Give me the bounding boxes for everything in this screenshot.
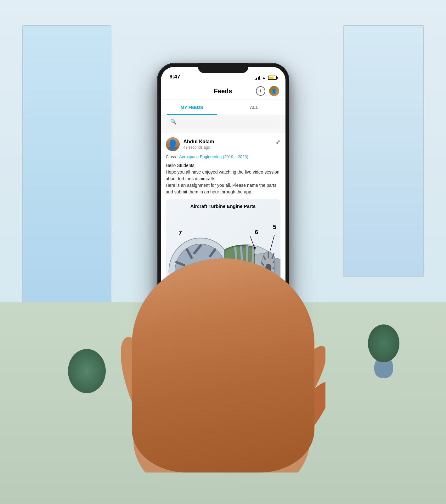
post-line-1: Hello Students, <box>166 163 196 168</box>
avatar-icon: 👤 <box>271 89 277 94</box>
header-avatar[interactable]: 👤 <box>269 86 279 96</box>
part-6: 6 <box>255 229 258 235</box>
post-line-2: Hope you all have enjoyed watching the l… <box>166 169 279 181</box>
post-meta: Abdul Kalam 49 seconds ago <box>183 139 280 150</box>
wifi-icon: ▲ <box>262 76 266 80</box>
svg-point-45 <box>273 375 325 456</box>
tab-my-feeds[interactable]: MY FEEDS <box>161 100 223 115</box>
share-icon[interactable]: ⤢ <box>276 139 280 146</box>
svg-point-46 <box>159 394 285 472</box>
status-icons: ▲ <box>255 76 277 80</box>
scene-container: 9:47 ▲ <box>0 0 446 504</box>
svg-point-43 <box>250 311 319 414</box>
part-7: 7 <box>178 230 182 236</box>
hand-phone-wrapper: 9:47 ▲ <box>113 63 333 472</box>
search-bar[interactable]: 🔍 <box>166 115 280 128</box>
post-avatar <box>166 137 180 151</box>
header-actions: + 👤 <box>256 86 279 96</box>
post-class: Class : Aerospace Engineering (2019 – 20… <box>161 154 285 162</box>
signal-bar-3 <box>258 77 259 80</box>
app-header: Feeds + 👤 <box>161 83 285 100</box>
class-link[interactable]: Aerospace Engineering (2019 – 2023) <box>179 154 248 159</box>
hand <box>121 252 325 472</box>
signal-bar-4 <box>259 76 260 80</box>
search-icon: 🔍 <box>170 119 177 125</box>
post-text: Hello Students, Hope you all have enjoye… <box>161 162 285 199</box>
class-prefix: Class : <box>166 154 179 159</box>
svg-point-41 <box>133 378 310 472</box>
turbine-title: Aircraft Turbine Engine Parts <box>190 203 256 209</box>
part-5: 5 <box>273 224 276 230</box>
tabs-bar: MY FEEDS ALL <box>161 100 285 115</box>
header-title: Feeds <box>214 88 232 95</box>
status-time: 9:47 <box>170 74 180 80</box>
tab-all[interactable]: ALL <box>223 100 285 115</box>
phone-notch <box>198 63 248 73</box>
post-header: Abdul Kalam 49 seconds ago ⤢ <box>161 133 285 154</box>
signal-icon <box>255 76 260 80</box>
post-time: 49 seconds ago <box>183 145 280 150</box>
battery-fill <box>269 77 274 79</box>
post-author: Abdul Kalam <box>183 139 280 145</box>
signal-bar-1 <box>255 79 256 80</box>
avatar-face <box>166 137 180 151</box>
add-button[interactable]: + <box>256 86 265 96</box>
svg-line-35 <box>270 235 274 252</box>
svg-point-42 <box>121 331 182 450</box>
signal-bar-2 <box>256 78 257 80</box>
hand-svg <box>121 252 325 472</box>
post-line-3: Here is an assignment for you all. Pleas… <box>166 183 277 194</box>
battery-icon <box>268 76 277 80</box>
